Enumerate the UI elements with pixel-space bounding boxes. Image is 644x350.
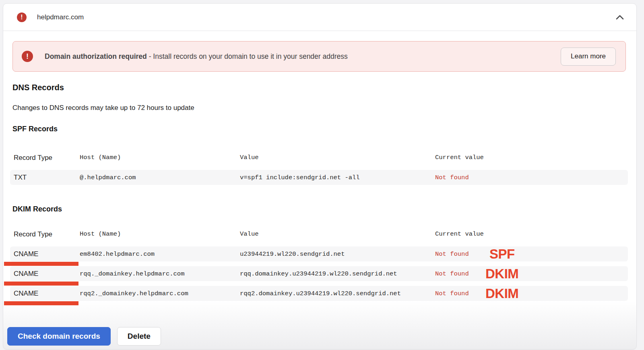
accordion-body: ! Domain authorization required - Instal…	[3, 31, 636, 346]
delete-button[interactable]: Delete	[117, 327, 161, 346]
col-current-value: Current value	[435, 154, 484, 161]
domain-accordion-card: ! helpdmarc.com ! Domain authorization r…	[3, 3, 637, 350]
dkim-table: Record Type Host (Name) Value Current va…	[10, 230, 628, 301]
record-value: v=spf1 include:sendgrid.net -all	[240, 174, 360, 181]
domain-authorization-alert: ! Domain authorization required - Instal…	[12, 41, 626, 72]
record-current-status: Not found	[435, 290, 469, 297]
alert-title: Domain authorization required	[45, 52, 147, 60]
chevron-up-icon[interactable]	[615, 14, 624, 20]
red-underline-annotation	[4, 262, 78, 266]
page: ! helpdmarc.com ! Domain authorization r…	[0, 0, 644, 350]
record-current-status: Not found	[435, 270, 469, 278]
col-value: Value	[240, 154, 259, 161]
record-type: CNAME	[14, 290, 38, 298]
spf-annotation-label: SPF	[489, 246, 515, 262]
record-current-status: Not found	[435, 174, 469, 181]
record-host: @.helpdmarc.com	[80, 174, 136, 181]
domain-name: helpdmarc.com	[37, 13, 84, 21]
dkim-table-header: Record Type Host (Name) Value Current va…	[10, 230, 628, 238]
dkim-records-heading: DKIM Records	[12, 205, 636, 213]
red-underline-annotation	[4, 301, 78, 305]
col-host: Host (Name)	[80, 154, 121, 161]
alert-detail: - Install records on your domain to use …	[147, 52, 348, 60]
accordion-header[interactable]: ! helpdmarc.com	[3, 4, 636, 31]
col-record-type: Record Type	[14, 230, 52, 238]
spf-table-row: TXT @.helpdmarc.com v=spf1 include:sendg…	[10, 170, 628, 185]
col-current-value: Current value	[435, 230, 484, 238]
record-host: rqq2._domainkey.helpdmarc.com	[80, 290, 188, 297]
record-value: u23944219.wl220.sendgrid.net	[240, 251, 345, 258]
record-type: CNAME	[14, 250, 38, 258]
record-value: rqq.domainkey.u23944219.wl220.sendgrid.n…	[240, 270, 397, 278]
spf-records-heading: SPF Records	[12, 125, 636, 133]
record-host: em8402.helpdmarc.com	[80, 251, 155, 258]
record-type: TXT	[14, 174, 27, 182]
spf-table: Record Type Host (Name) Value Current va…	[10, 154, 628, 185]
dns-records-heading: DNS Records	[12, 83, 636, 92]
dkim-table-row: CNAME em8402.helpdmarc.com u23944219.wl2…	[10, 246, 628, 261]
alert-error-icon: !	[22, 51, 33, 62]
col-host: Host (Name)	[80, 230, 121, 238]
dkim-annotation-label: DKIM	[485, 286, 518, 301]
dns-update-note: Changes to DNS records may take up to 72…	[12, 104, 636, 112]
alert-message: Domain authorization required - Install …	[45, 52, 348, 61]
red-underline-annotation	[4, 282, 78, 286]
check-domain-records-button[interactable]: Check domain records	[7, 327, 111, 346]
learn-more-button[interactable]: Learn more	[561, 48, 616, 66]
error-status-icon: !	[17, 12, 27, 22]
col-record-type: Record Type	[14, 154, 52, 162]
record-type: CNAME	[14, 270, 38, 278]
footer-actions: Check domain records Delete	[7, 327, 636, 346]
col-value: Value	[240, 230, 259, 238]
record-host: rqq._domainkey.helpdmarc.com	[80, 270, 184, 278]
dkim-annotation-label: DKIM	[485, 266, 518, 282]
dkim-table-row: CNAME rqq._domainkey.helpdmarc.com rqq.d…	[10, 266, 628, 281]
record-current-status: Not found	[435, 251, 469, 258]
spf-table-header: Record Type Host (Name) Value Current va…	[10, 154, 628, 162]
dkim-table-row: CNAME rqq2._domainkey.helpdmarc.com rqq2…	[10, 286, 628, 301]
record-value: rqq2.domainkey.u23944219.wl220.sendgrid.…	[240, 290, 401, 297]
